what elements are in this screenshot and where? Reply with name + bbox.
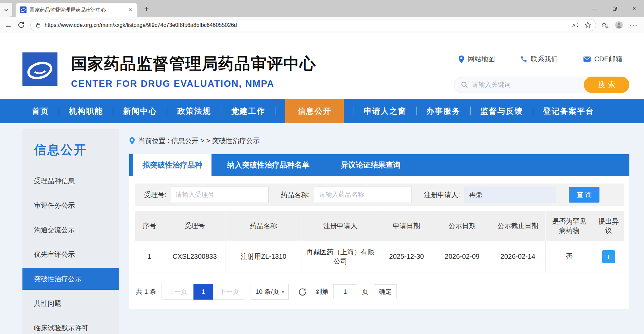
refresh-list-button[interactable] (298, 288, 307, 296)
page-size-select[interactable]: 10 条/页 ▾ (251, 284, 289, 300)
sidebar-item-accepted-varieties[interactable]: 受理品种信息 (22, 169, 119, 193)
sidebar-item-clinical-trial-license[interactable]: 临床试验默示许可 (22, 316, 119, 334)
tab-objection-results[interactable]: 异议论证结果查询 (325, 154, 416, 176)
sidebar-item-common-issues[interactable]: 共性问题 (22, 291, 119, 316)
nav-item-functions[interactable]: 机构职能 (69, 99, 103, 123)
confirm-button[interactable]: 确定 (374, 284, 397, 299)
tab-close-icon[interactable]: × (128, 6, 133, 14)
col-applicant: 注册申请人 (302, 211, 379, 241)
restore-icon (612, 6, 617, 11)
col-seq: 序号 (135, 211, 164, 241)
settings-menu-icon[interactable]: ··· (629, 21, 638, 29)
url-text[interactable]: https://www.cde.org.cn/main/xxgk/listpag… (45, 22, 568, 28)
phone-icon (520, 55, 527, 63)
cell-applicant: 再鼎医药（上海）有限公司 (302, 241, 379, 272)
col-acceptance-no: 受理号 (164, 211, 225, 241)
cell-acceptance-no: CXSL2300833 (164, 241, 225, 272)
goto-page-input[interactable] (333, 284, 357, 299)
window-close-button[interactable]: × (624, 0, 644, 17)
nav-item-news[interactable]: 新闻中心 (123, 99, 157, 123)
back-button[interactable]: ← (5, 21, 12, 29)
query-button[interactable]: 查 询 (569, 187, 599, 203)
contact-link[interactable]: 联系我们 (520, 54, 558, 64)
sidebar-item-communication[interactable]: 沟通交流公示 (22, 218, 119, 242)
nav-item-registration[interactable]: 登记备案平台 (543, 99, 594, 123)
sitemap-link[interactable]: 网站地图 (458, 54, 495, 64)
drug-name-input[interactable] (314, 187, 412, 203)
acceptance-no-input[interactable] (171, 187, 269, 203)
browser-tab[interactable]: 国家药品监督管理局药品审评中心 × (16, 3, 137, 17)
page-body: 信息公开 受理品种信息 审评任务公示 沟通交流公示 优先审评公示 突破性治疗公示… (0, 123, 644, 334)
sidebar-item-breakthrough-therapy[interactable]: 突破性治疗公示 (22, 268, 119, 290)
refresh-button[interactable] (18, 21, 25, 29)
window-restore-button[interactable] (605, 0, 624, 17)
nav-item-applicant[interactable]: 申请人之窗 (364, 99, 406, 123)
site-search-button[interactable]: 搜索 (584, 77, 629, 93)
search-icon (461, 81, 468, 88)
sitemap-label: 网站地图 (468, 54, 495, 64)
nav-item-policy[interactable]: 政策法规 (177, 99, 211, 123)
site-search: 搜索 (454, 77, 629, 93)
main-navigation: 首页 机构职能 新闻中心 政策法规 党建工作 信息公开 申请人之窗 办事服务 监… (0, 99, 644, 123)
breadcrumb-text: 当前位置 : 信息公开 > > 突破性治疗公示 (138, 136, 260, 145)
address-bar[interactable]: https://www.cde.org.cn/main/xxgk/listpag… (30, 19, 596, 31)
prev-page-button[interactable]: 上一页 (162, 284, 193, 300)
tab-title: 国家药品监督管理局药品审评中心 (30, 7, 124, 13)
filter-row: 受理号: 药品名称: 注册申请人: 查 询 (135, 184, 624, 206)
toolbar-right-icons: ··· (601, 21, 639, 29)
main-content: 当前位置 : 信息公开 > > 突破性治疗公示 拟突破性治疗品种 纳入突破性治疗… (129, 129, 629, 334)
acceptance-no-label: 受理号: (144, 190, 167, 200)
cell-publicity-date: 2026-02-09 (434, 241, 490, 272)
svg-text:A: A (572, 22, 576, 28)
drug-name-label: 药品名称: (281, 190, 310, 200)
browser-toolbar: ← https://www.cde.org.cn/main/xxgk/listp… (0, 17, 644, 33)
table-header-row: 序号 受理号 药品名称 注册申请人 申请日期 公示日期 公示截止日期 是否为罕见… (135, 211, 624, 241)
site-subtitle: CENTER FOR DRUG EVALUATION, NMPA (71, 79, 316, 89)
collections-icon[interactable] (601, 22, 609, 29)
site-title: 国家药品监督管理局药品审评中心 (71, 53, 316, 75)
col-raise-objection: 提出异议 (593, 211, 624, 241)
favorite-star-icon[interactable] (584, 22, 591, 28)
tab-proposed-breakthrough[interactable]: 拟突破性治疗品种 (133, 154, 211, 176)
add-objection-button[interactable]: + (602, 250, 615, 263)
site-header: 国家药品监督管理局药品审评中心 CENTER FOR DRUG EVALUATI… (0, 33, 644, 99)
envelope-icon (583, 56, 591, 62)
nav-item-home[interactable]: 首页 (32, 99, 49, 123)
new-tab-button[interactable]: + (144, 4, 149, 14)
sidebar-title: 信息公开 (22, 129, 119, 169)
caret-down-icon: ▾ (282, 289, 284, 295)
next-page-button[interactable]: 下一页 (213, 284, 245, 300)
window-controls: – × (585, 0, 644, 17)
pagination: 共 1 条 上一页 1 下一页 10 条/页 ▾ 到第 页 确定 (136, 284, 629, 300)
site-favicon (20, 6, 27, 13)
tab-included-list[interactable]: 纳入突破性治疗品种名单 (211, 154, 325, 176)
results-table: 序号 受理号 药品名称 注册申请人 申请日期 公示日期 公示截止日期 是否为罕见… (135, 211, 624, 272)
cell-objection: + (593, 241, 624, 272)
page-unit-label: 页 (362, 287, 368, 296)
content-tabs: 拟突破性治疗品种 纳入突破性治疗品种名单 异议论证结果查询 (129, 154, 629, 176)
applicant-input[interactable] (464, 187, 556, 203)
current-page-button[interactable]: 1 (193, 284, 213, 300)
site-search-input[interactable] (472, 81, 584, 89)
nav-item-supervision[interactable]: 监督与反馈 (480, 99, 523, 123)
cell-seq: 1 (135, 241, 164, 272)
nav-item-info-disclosure[interactable]: 信息公开 (285, 99, 344, 123)
refresh-icon (298, 288, 307, 296)
sidebar-item-priority-review[interactable]: 优先审评公示 (22, 242, 119, 267)
content-panel: 拟突破性治疗品种 纳入突破性治疗品种名单 异议论证结果查询 受理号: 药品名称:… (129, 154, 629, 309)
nav-item-services[interactable]: 办事服务 (426, 99, 460, 123)
read-aloud-icon[interactable]: A (572, 22, 580, 29)
mailbox-link[interactable]: CDE邮箱 (583, 54, 622, 64)
browser-tabstrip: 国家药品监督管理局药品审评中心 × + – × (0, 0, 644, 17)
brand: 国家药品监督管理局药品审评中心 CENTER FOR DRUG EVALUATI… (22, 52, 316, 89)
profile-avatar[interactable] (615, 21, 623, 29)
cell-publicity-deadline: 2026-02-14 (490, 241, 546, 272)
sidebar: 信息公开 受理品种信息 审评任务公示 沟通交流公示 优先审评公示 突破性治疗公示… (22, 129, 119, 334)
location-pin-icon (458, 55, 464, 63)
window-minimize-button[interactable]: – (585, 0, 605, 17)
nav-item-party[interactable]: 党建工作 (231, 99, 265, 123)
chevron-down-icon (3, 7, 9, 13)
col-publicity-deadline: 公示截止日期 (490, 211, 546, 241)
sidebar-item-review-tasks[interactable]: 审评任务公示 (22, 193, 119, 218)
tab-list-chevron-button[interactable] (0, 3, 12, 17)
